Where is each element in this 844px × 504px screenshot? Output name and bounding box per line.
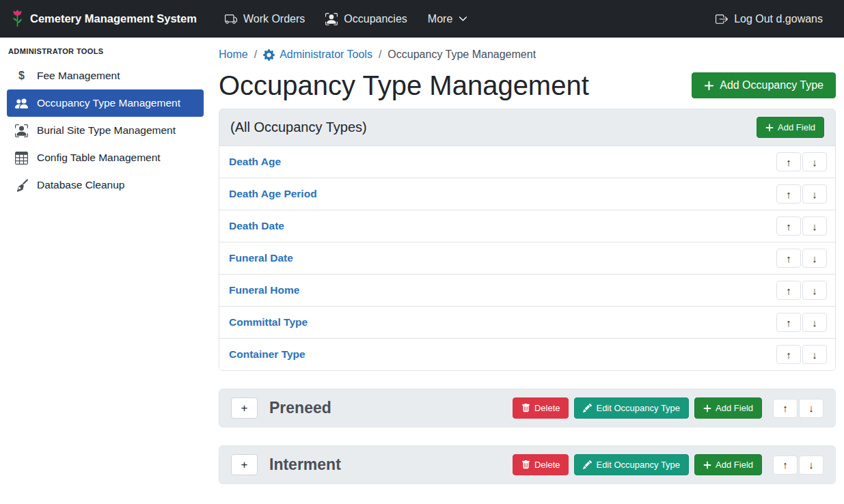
- breadcrumb-separator: /: [254, 48, 257, 61]
- delete-label: Delete: [534, 460, 560, 470]
- breadcrumb-admin-tools-label: Administrator Tools: [280, 48, 372, 61]
- delete-label: Delete: [534, 403, 560, 413]
- sidebar-item-label: Fee Management: [37, 70, 120, 82]
- pencil-icon: [583, 460, 592, 469]
- add-field-button[interactable]: Add Field: [694, 397, 762, 419]
- app-brand[interactable]: Cemetery Management System: [11, 10, 197, 28]
- field-row: Container Type ↑ ↓: [219, 338, 835, 370]
- sidebar-item-burial-site-type-management[interactable]: Burial Site Type Management: [7, 117, 204, 144]
- field-link[interactable]: Death Age Period: [229, 188, 317, 200]
- move-down-button[interactable]: ↓: [802, 345, 827, 364]
- edit-occupancy-type-button[interactable]: Edit Occupancy Type: [574, 454, 689, 475]
- nav-logout[interactable]: Log Out d.gowans: [705, 8, 833, 31]
- brand-label: Cemetery Management System: [30, 12, 197, 25]
- all-occupancy-types-header: (All Occupancy Types) Add Field: [219, 109, 835, 145]
- move-up-button[interactable]: ↑: [773, 456, 798, 475]
- occupancy-type-section-interment: + Interment Delete Edit Occupancy Type A…: [219, 445, 836, 484]
- expand-button[interactable]: +: [231, 454, 258, 475]
- main-content: Home / Administrator Tools / Occupancy T…: [210, 38, 844, 484]
- nav-work-orders[interactable]: Work Orders: [215, 8, 315, 31]
- nav-occupancies[interactable]: Occupancies: [315, 8, 418, 31]
- truck-icon: [225, 13, 237, 25]
- move-up-button[interactable]: ↑: [776, 313, 801, 332]
- flower-logo-icon: [11, 10, 24, 28]
- add-field-button[interactable]: Add Field: [757, 117, 824, 138]
- move-down-button[interactable]: ↓: [799, 456, 823, 475]
- plus-icon: [765, 124, 774, 132]
- reorder-controls: ↑ ↓: [773, 399, 823, 418]
- breadcrumb-admin-tools[interactable]: Administrator Tools: [263, 48, 372, 61]
- field-link[interactable]: Committal Type: [229, 316, 308, 328]
- pencil-icon: [583, 404, 592, 412]
- field-row: Committal Type ↑ ↓: [219, 306, 835, 338]
- trash-icon: [521, 460, 530, 469]
- move-up-button[interactable]: ↑: [776, 249, 801, 268]
- sidebar-item-config-table-management[interactable]: Config Table Management: [7, 144, 204, 171]
- breadcrumb-current: Occupancy Type Management: [387, 48, 536, 61]
- field-row: Death Age Period ↑ ↓: [219, 178, 835, 210]
- nav-links: Work Orders Occupancies More: [215, 8, 478, 31]
- move-up-button[interactable]: ↑: [776, 184, 801, 204]
- reorder-controls: ↑ ↓: [776, 313, 827, 332]
- field-row: Funeral Date ↑ ↓: [219, 242, 835, 274]
- field-row: Funeral Home ↑ ↓: [219, 274, 835, 306]
- move-up-button[interactable]: ↑: [773, 399, 798, 418]
- delete-button[interactable]: Delete: [513, 397, 569, 419]
- dollar-icon: $: [15, 70, 28, 82]
- add-occupancy-type-button[interactable]: Add Occupancy Type: [692, 72, 836, 98]
- nav-more-label: More: [428, 13, 452, 25]
- broom-icon: [15, 179, 28, 192]
- section-actions: Delete Edit Occupancy Type Add Field ↑ ↓: [513, 397, 823, 419]
- all-occupancy-types-title: (All Occupancy Types): [230, 120, 367, 135]
- admin-tools-sidebar: Administrator Tools $ Fee Management Occ…: [0, 38, 210, 504]
- breadcrumb-home[interactable]: Home: [219, 48, 248, 61]
- plus-icon: [703, 404, 711, 412]
- title-row: Occupancy Type Management Add Occupancy …: [219, 69, 836, 102]
- move-up-button[interactable]: ↑: [776, 152, 801, 171]
- move-down-button[interactable]: ↓: [802, 249, 827, 268]
- field-row: Death Date ↑ ↓: [219, 210, 835, 242]
- section-title: Preneed: [269, 399, 331, 417]
- reorder-controls: ↑ ↓: [773, 456, 823, 475]
- person-bounding-box-icon: [325, 13, 338, 25]
- add-field-label: Add Field: [716, 460, 753, 470]
- add-field-button[interactable]: Add Field: [694, 454, 762, 475]
- move-down-button[interactable]: ↓: [802, 184, 827, 204]
- move-down-button[interactable]: ↓: [802, 281, 827, 300]
- move-down-button[interactable]: ↓: [802, 313, 827, 332]
- logout-icon: [716, 13, 728, 25]
- reorder-controls: ↑ ↓: [776, 216, 827, 236]
- move-up-button[interactable]: ↑: [776, 216, 801, 236]
- sidebar-item-occupancy-type-management[interactable]: Occupancy Type Management: [7, 89, 204, 117]
- page-title: Occupancy Type Management: [219, 69, 589, 102]
- nav-more[interactable]: More: [418, 8, 478, 31]
- edit-occupancy-type-label: Edit Occupancy Type: [596, 460, 680, 470]
- edit-occupancy-type-button[interactable]: Edit Occupancy Type: [574, 397, 689, 419]
- sidebar-item-label: Database Cleanup: [37, 179, 124, 191]
- gear-icon: [263, 49, 275, 61]
- field-link[interactable]: Death Date: [229, 220, 284, 232]
- expand-button[interactable]: +: [231, 397, 258, 419]
- field-link[interactable]: Funeral Date: [229, 252, 293, 264]
- field-link[interactable]: Container Type: [229, 348, 305, 361]
- nav-work-orders-label: Work Orders: [243, 13, 305, 25]
- people-icon: [15, 97, 28, 110]
- reorder-controls: ↑ ↓: [776, 152, 827, 171]
- occupancy-type-section-preneed: + Preneed Delete Edit Occupancy Type Add…: [219, 389, 836, 428]
- move-up-button[interactable]: ↑: [776, 345, 801, 364]
- delete-button[interactable]: Delete: [513, 454, 569, 475]
- nav-occupancies-label: Occupancies: [344, 13, 407, 25]
- move-up-button[interactable]: ↑: [776, 281, 801, 300]
- reorder-controls: ↑ ↓: [776, 281, 827, 300]
- move-down-button[interactable]: ↓: [802, 216, 827, 236]
- chevron-down-icon: [459, 14, 467, 23]
- sidebar-item-database-cleanup[interactable]: Database Cleanup: [7, 171, 204, 199]
- field-link[interactable]: Death Age: [229, 156, 281, 168]
- move-down-button[interactable]: ↓: [799, 399, 823, 418]
- sidebar-item-fee-management[interactable]: $ Fee Management: [7, 62, 204, 89]
- field-link[interactable]: Funeral Home: [229, 284, 299, 296]
- move-down-button[interactable]: ↓: [802, 152, 827, 171]
- nav-logout-label: Log Out d.gowans: [734, 13, 823, 25]
- breadcrumb-separator: /: [379, 48, 381, 61]
- breadcrumb: Home / Administrator Tools / Occupancy T…: [219, 48, 836, 61]
